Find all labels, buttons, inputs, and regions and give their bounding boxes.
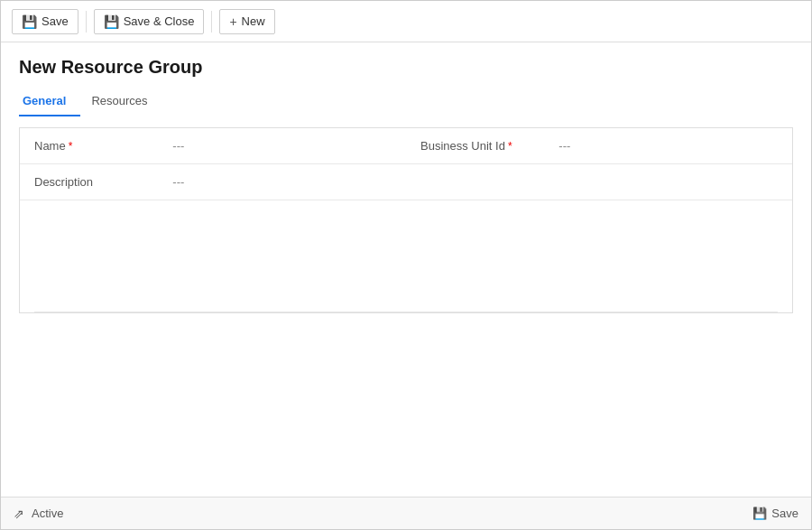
toolbar: 💾 Save 💾 Save & Close + New [1,1,811,42]
save-button[interactable]: 💾 Save [12,9,78,34]
expand-icon[interactable]: ⇗ [14,507,24,521]
status-bar: ⇗ Active 💾 Save [1,497,811,529]
toolbar-divider-1 [86,11,87,33]
tab-general[interactable]: General [19,88,80,116]
name-required: * [69,140,73,153]
business-unit-value[interactable]: --- [544,128,792,163]
new-button[interactable]: + New [219,9,274,34]
toolbar-divider-2 [211,11,212,33]
empty-value [544,164,792,200]
main-content: New Resource Group General Resources Nam… [1,42,811,497]
save-label: Save [42,14,69,28]
status-right: 💾 Save [752,507,798,520]
save-close-label: Save & Close [124,14,195,28]
tabs: General Resources [19,88,793,116]
new-label: New [242,14,265,28]
business-unit-label: Business Unit Id * [406,128,544,163]
description-value[interactable]: --- [158,164,406,200]
content-spacer [19,313,793,497]
new-icon: + [229,14,236,29]
status-left: ⇗ Active [14,507,63,521]
business-unit-required: * [508,140,512,153]
tab-resources[interactable]: Resources [88,88,161,116]
status-save-label[interactable]: Save [771,507,798,520]
save-icon: 💾 [22,14,37,29]
name-value[interactable]: --- [158,128,406,163]
form-row-description: Description --- [20,164,792,200]
status-text: Active [32,507,63,520]
description-label: Description [20,164,158,200]
name-label: Name * [20,128,158,163]
status-save-icon: 💾 [752,507,767,520]
page-title: New Resource Group [19,57,793,78]
empty-label [406,164,544,200]
form-row-name: Name * --- Business Unit Id * --- [20,128,792,164]
form-bottom-divider [34,311,778,312]
save-close-button[interactable]: 💾 Save & Close [94,9,205,34]
form-container: Name * --- Business Unit Id * --- Descri… [19,127,793,313]
save-close-icon: 💾 [104,14,119,29]
